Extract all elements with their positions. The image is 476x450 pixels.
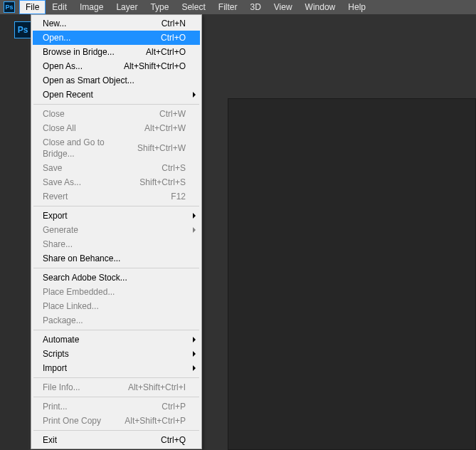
menuitem-label: Share... xyxy=(43,239,73,250)
menu-separator xyxy=(33,397,199,397)
menu-file[interactable]: File xyxy=(19,0,46,14)
menuitem-close-all[interactable]: Close AllAlt+Ctrl+W xyxy=(33,121,200,135)
menuitem-label: Close All xyxy=(43,122,76,134)
menu-separator xyxy=(33,206,199,206)
menuitem-label: New... xyxy=(43,18,66,29)
menu-separator xyxy=(33,268,199,268)
chevron-right-icon xyxy=(193,227,196,233)
menuitem-label: Save As... xyxy=(43,177,81,188)
menuitem-open[interactable]: Open...Ctrl+O xyxy=(33,31,200,45)
menuitem-label: Open As... xyxy=(43,61,83,72)
menu-separator xyxy=(33,104,199,105)
menu-help[interactable]: Help xyxy=(342,0,372,14)
menuitem-open-as[interactable]: Open As...Alt+Shift+Ctrl+O xyxy=(33,59,200,73)
menuitem-label: Open... xyxy=(43,32,70,43)
app-icon: Ps xyxy=(4,1,15,13)
menuitem-label: Close and Go to Bridge... xyxy=(43,137,137,159)
menuitem-label: Print... xyxy=(43,401,68,412)
menuitem-generate[interactable]: Generate xyxy=(33,223,200,237)
menuitem-shortcut: Shift+Ctrl+S xyxy=(139,177,186,188)
menu-3d[interactable]: 3D xyxy=(243,0,267,14)
chevron-right-icon xyxy=(193,365,196,371)
menuitem-share[interactable]: Share... xyxy=(33,237,200,251)
chevron-right-icon xyxy=(193,213,196,219)
menu-separator xyxy=(33,330,199,330)
menuitem-label: Import xyxy=(43,362,67,374)
menuitem-save[interactable]: SaveCtrl+S xyxy=(33,161,200,175)
menuitem-search-adobe-stock[interactable]: Search Adobe Stock... xyxy=(33,271,200,285)
menuitem-shortcut: Alt+Shift+Ctrl+O xyxy=(124,61,186,72)
menu-separator xyxy=(33,430,199,431)
menuitem-shortcut: Ctrl+P xyxy=(162,401,186,412)
menuitem-place-embedded[interactable]: Place Embedded... xyxy=(33,285,200,299)
chevron-right-icon xyxy=(193,92,196,98)
menuitem-import[interactable]: Import xyxy=(33,361,200,375)
menuitem-share-on-behance[interactable]: Share on Behance... xyxy=(33,251,200,266)
menuitem-shortcut: Ctrl+W xyxy=(159,108,186,120)
menuitem-new[interactable]: New...Ctrl+N xyxy=(33,16,200,31)
menuitem-save-as[interactable]: Save As...Shift+Ctrl+S xyxy=(33,175,200,189)
menuitem-label: Search Adobe Stock... xyxy=(43,272,127,283)
menuitem-automate[interactable]: Automate xyxy=(33,333,200,347)
menuitem-open-as-smart-object[interactable]: Open as Smart Object... xyxy=(33,73,200,88)
menu-select[interactable]: Select xyxy=(175,0,211,14)
menuitem-label: Generate xyxy=(43,224,78,236)
menu-view[interactable]: View xyxy=(268,0,299,14)
menuitem-label: File Info... xyxy=(43,382,80,393)
menuitem-shortcut: Alt+Ctrl+W xyxy=(144,122,186,134)
menuitem-label: Package... xyxy=(43,315,83,326)
file-menu-dropdown: New...Ctrl+NOpen...Ctrl+OBrowse in Bridg… xyxy=(31,14,202,449)
menuitem-label: Open Recent xyxy=(43,89,93,100)
menuitem-exit[interactable]: ExitCtrl+Q xyxy=(33,433,200,447)
menu-type[interactable]: Type xyxy=(144,0,175,14)
menuitem-shortcut: Ctrl+O xyxy=(161,32,186,43)
menuitem-label: Scripts xyxy=(43,348,69,360)
menuitem-browse-in-bridge[interactable]: Browse in Bridge...Alt+Ctrl+O xyxy=(33,45,200,59)
menuitem-shortcut: Shift+Ctrl+W xyxy=(137,142,186,154)
menuitem-close[interactable]: CloseCtrl+W xyxy=(33,107,200,121)
menuitem-shortcut: Alt+Ctrl+O xyxy=(146,46,186,58)
menuitem-label: Close xyxy=(43,108,65,120)
menuitem-label: Exit xyxy=(43,434,57,446)
menuitem-label: Print One Copy xyxy=(43,415,101,427)
menuitem-place-linked[interactable]: Place Linked... xyxy=(33,299,200,313)
menuitem-close-and-go-to-bridge[interactable]: Close and Go to Bridge...Shift+Ctrl+W xyxy=(33,135,200,161)
menuitem-label: Revert xyxy=(43,191,68,202)
menu-filter[interactable]: Filter xyxy=(212,0,244,14)
menu-separator xyxy=(33,377,199,378)
menuitem-shortcut: Alt+Shift+Ctrl+P xyxy=(125,415,186,427)
canvas-area xyxy=(228,98,476,450)
menuitem-shortcut: Alt+Shift+Ctrl+I xyxy=(128,382,186,393)
menuitem-print-one-copy[interactable]: Print One CopyAlt+Shift+Ctrl+P xyxy=(33,414,200,428)
menuitem-label: Share on Behance... xyxy=(43,253,120,264)
menubar: Ps FileEditImageLayerTypeSelectFilter3DV… xyxy=(0,0,476,14)
menuitem-package[interactable]: Package... xyxy=(33,313,200,328)
menuitem-label: Place Linked... xyxy=(43,300,99,312)
menu-layer[interactable]: Layer xyxy=(110,0,144,14)
menuitem-label: Open as Smart Object... xyxy=(43,75,134,86)
ps-logo-badge: Ps xyxy=(14,21,31,38)
menu-window[interactable]: Window xyxy=(299,0,342,14)
menuitem-open-recent[interactable]: Open Recent xyxy=(33,88,200,102)
menuitem-label: Browse in Bridge... xyxy=(43,46,115,58)
menu-image[interactable]: Image xyxy=(73,0,110,14)
menuitem-print[interactable]: Print...Ctrl+P xyxy=(33,399,200,414)
menuitem-shortcut: F12 xyxy=(171,191,186,202)
menuitem-shortcut: Ctrl+N xyxy=(162,18,186,29)
tools-panel xyxy=(0,14,28,450)
menuitem-scripts[interactable]: Scripts xyxy=(33,347,200,361)
menuitem-label: Save xyxy=(43,162,62,174)
menuitem-file-info[interactable]: File Info...Alt+Shift+Ctrl+I xyxy=(33,380,200,394)
menuitem-revert[interactable]: RevertF12 xyxy=(33,189,200,204)
menuitem-export[interactable]: Export xyxy=(33,209,200,223)
chevron-right-icon xyxy=(193,351,196,357)
menuitem-shortcut: Ctrl+S xyxy=(162,162,186,174)
menuitem-label: Place Embedded... xyxy=(43,286,115,298)
menuitem-label: Export xyxy=(43,210,68,221)
menu-edit[interactable]: Edit xyxy=(46,0,73,14)
chevron-right-icon xyxy=(193,337,196,342)
menuitem-shortcut: Ctrl+Q xyxy=(161,434,186,446)
menuitem-label: Automate xyxy=(43,334,79,345)
